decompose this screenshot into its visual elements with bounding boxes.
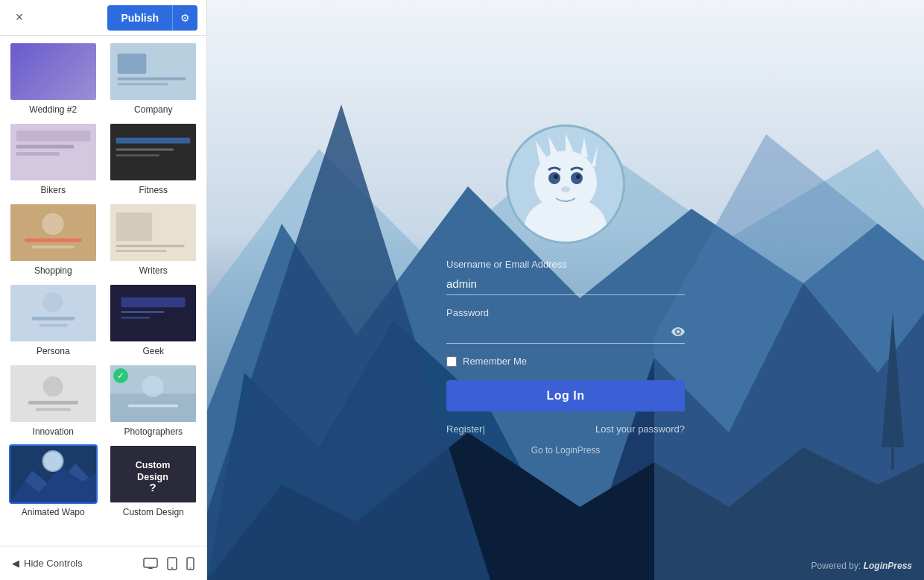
svg-rect-1 — [118, 54, 147, 74]
svg-marker-64 — [566, 133, 573, 152]
main-area: Username or Email Address Password Remem… — [207, 0, 924, 580]
login-overlay: Username or Email Address Password Remem… — [446, 124, 685, 456]
template-label-bikers: Bikers — [41, 185, 66, 195]
desktop-view-button[interactable] — [143, 558, 158, 570]
username-label: Username or Email Address — [446, 259, 685, 270]
sidebar: × Publish ⚙ Wedding #2 — [0, 0, 207, 580]
svg-rect-35 — [128, 404, 178, 407]
password-toggle-button[interactable] — [671, 326, 685, 339]
mobile-view-button[interactable] — [186, 557, 194, 570]
svg-rect-8 — [110, 123, 196, 180]
svg-rect-17 — [116, 212, 152, 242]
template-label-photographers: Photographers — [124, 426, 183, 437]
template-item-photographers[interactable]: ✓ Photographers — [107, 364, 201, 437]
svg-rect-44 — [144, 558, 157, 567]
svg-marker-66 — [592, 146, 598, 167]
svg-rect-26 — [121, 311, 165, 313]
template-item-fitness[interactable]: Fitness — [107, 122, 201, 195]
svg-point-69 — [554, 174, 558, 179]
svg-rect-18 — [116, 245, 185, 247]
avatar-circle — [506, 124, 625, 244]
template-item-innovation[interactable]: Innovation — [6, 364, 101, 437]
svg-point-34 — [142, 376, 164, 397]
template-label-custom-design: Custom Design — [123, 507, 184, 517]
tablet-view-button[interactable] — [167, 557, 177, 570]
template-item-shopping[interactable]: Shopping — [6, 203, 101, 276]
template-item-animated-wapo[interactable]: Animated Wapo — [6, 444, 101, 517]
svg-marker-65 — [580, 137, 588, 158]
template-item-persona[interactable]: Persona — [6, 283, 101, 356]
template-item-company[interactable]: Company — [107, 42, 201, 115]
password-label: Password — [446, 307, 685, 318]
username-input[interactable] — [446, 274, 685, 295]
register-link[interactable]: Register| — [446, 423, 485, 435]
template-label-persona: Persona — [37, 346, 70, 356]
template-item-writers[interactable]: Writers — [107, 203, 201, 276]
template-label-wedding: Wedding #2 — [29, 104, 77, 115]
password-field-group — [446, 323, 685, 344]
template-item-geek[interactable]: Geek — [107, 283, 201, 356]
svg-rect-9 — [116, 138, 191, 144]
close-button[interactable]: × — [9, 7, 30, 28]
svg-point-71 — [561, 186, 570, 192]
template-label-company: Company — [134, 104, 172, 115]
svg-rect-22 — [32, 317, 75, 321]
sidebar-footer: ◀ Hide Controls — [0, 546, 206, 580]
svg-point-13 — [42, 213, 63, 235]
template-item-bikers[interactable]: Bikers — [6, 122, 101, 195]
publish-group: Publish ⚙ — [107, 5, 197, 31]
svg-rect-14 — [25, 239, 81, 242]
svg-rect-10 — [116, 148, 174, 151]
template-scroll-area: Wedding #2 Company — [0, 36, 206, 546]
template-label-geek: Geek — [142, 346, 164, 356]
footer-icons — [143, 557, 194, 570]
svg-rect-25 — [121, 297, 186, 308]
form-links: Register| Lost your password? — [446, 423, 685, 435]
svg-rect-30 — [28, 401, 78, 405]
svg-rect-23 — [39, 324, 67, 327]
template-label-shopping: Shopping — [34, 265, 72, 276]
template-item-custom-design[interactable]: Custom Design ? Custom Design — [107, 444, 201, 517]
svg-point-47 — [171, 567, 173, 569]
svg-marker-63 — [548, 136, 558, 156]
lost-password-link[interactable]: Lost your password? — [595, 423, 685, 435]
template-grid: Wedding #2 Company — [6, 42, 200, 525]
svg-rect-45 — [148, 567, 153, 569]
template-item-wedding[interactable]: Wedding #2 — [6, 42, 101, 115]
settings-button[interactable]: ⚙ — [172, 5, 197, 31]
login-button[interactable]: Log In — [446, 380, 685, 412]
powered-by: Powered by: LoginPress — [811, 561, 912, 571]
svg-rect-15 — [32, 245, 75, 248]
hide-controls-label: Hide Controls — [24, 558, 83, 569]
svg-rect-31 — [36, 408, 71, 411]
go-loginpress-link[interactable]: Go to LoginPress — [531, 445, 601, 456]
svg-rect-27 — [121, 317, 151, 319]
svg-text:?: ? — [150, 481, 156, 494]
svg-rect-2 — [118, 78, 186, 81]
template-label-writers: Writers — [139, 265, 168, 276]
remember-label: Remember Me — [463, 356, 527, 367]
sidebar-header: × Publish ⚙ — [0, 0, 206, 36]
svg-rect-3 — [118, 83, 168, 85]
remember-checkbox[interactable] — [446, 356, 457, 367]
svg-rect-7 — [16, 152, 59, 156]
svg-rect-11 — [116, 154, 159, 157]
template-label-animated-wapo: Animated Wapo — [22, 507, 85, 517]
template-label-innovation: Innovation — [33, 426, 74, 437]
template-label-fitness: Fitness — [139, 185, 168, 195]
hide-controls-icon: ◀ — [12, 558, 19, 569]
svg-point-39 — [42, 451, 63, 471]
svg-rect-6 — [16, 145, 73, 148]
svg-text:Custom: Custom — [136, 460, 171, 470]
svg-point-70 — [576, 174, 580, 179]
login-form: Username or Email Address Password Remem… — [446, 259, 685, 456]
svg-rect-5 — [16, 130, 90, 141]
svg-rect-33 — [110, 394, 196, 423]
password-group: Password — [446, 307, 685, 344]
svg-rect-19 — [116, 250, 167, 252]
publish-button[interactable]: Publish — [107, 5, 172, 31]
hide-controls-button[interactable]: ◀ Hide Controls — [12, 558, 83, 569]
password-input[interactable] — [446, 323, 685, 344]
svg-point-29 — [42, 376, 63, 397]
remember-row: Remember Me — [446, 356, 685, 367]
